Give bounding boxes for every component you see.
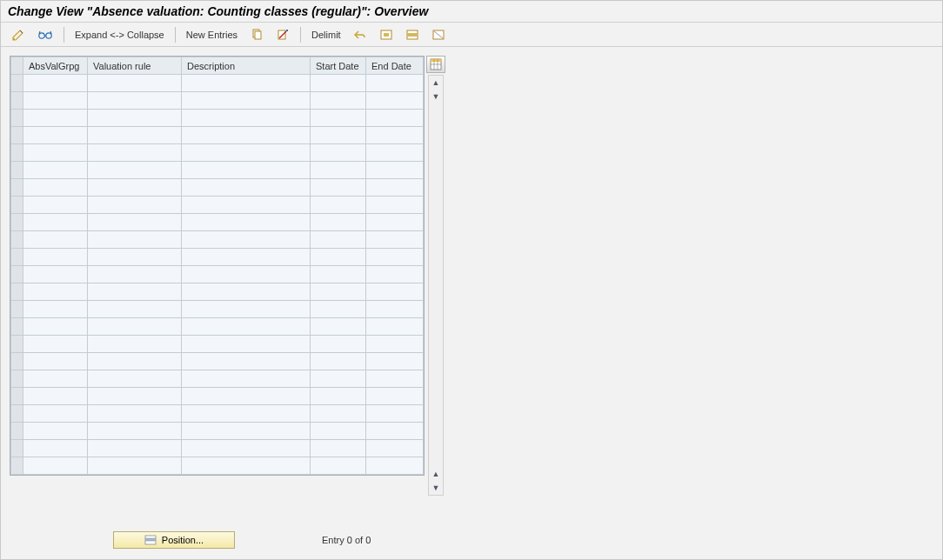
table-cell[interactable] xyxy=(88,266,182,283)
table-cell[interactable] xyxy=(182,388,311,405)
table-row[interactable] xyxy=(11,301,424,318)
row-selector[interactable] xyxy=(11,388,23,405)
row-selector[interactable] xyxy=(11,318,23,336)
table-row[interactable] xyxy=(11,336,424,353)
table-cell[interactable] xyxy=(23,75,88,92)
table-cell[interactable] xyxy=(23,405,88,423)
table-cell[interactable] xyxy=(182,92,311,110)
row-selector[interactable] xyxy=(11,249,23,266)
row-selector[interactable] xyxy=(11,110,23,127)
table-cell[interactable] xyxy=(311,318,366,336)
table-cell[interactable] xyxy=(182,353,311,370)
table-cell[interactable] xyxy=(23,457,88,475)
table-cell[interactable] xyxy=(366,75,424,92)
table-row[interactable] xyxy=(11,92,424,110)
expand-collapse-button[interactable]: Expand <-> Collapse xyxy=(71,30,168,40)
table-cell[interactable] xyxy=(182,266,311,283)
table-cell[interactable] xyxy=(182,370,311,388)
table-cell[interactable] xyxy=(366,423,424,440)
table-cell[interactable] xyxy=(366,214,424,231)
row-selector[interactable] xyxy=(11,179,23,197)
column-header-valuation-rule[interactable]: Valuation rule xyxy=(88,57,182,75)
table-cell[interactable] xyxy=(23,249,88,266)
table-row[interactable] xyxy=(11,266,424,283)
table-cell[interactable] xyxy=(311,388,366,405)
table-cell[interactable] xyxy=(311,283,366,301)
column-header-end-date[interactable]: End Date xyxy=(366,57,424,75)
table-cell[interactable] xyxy=(88,388,182,405)
table-cell[interactable] xyxy=(311,336,366,353)
table-cell[interactable] xyxy=(311,144,366,162)
table-cell[interactable] xyxy=(88,301,182,318)
row-selector[interactable] xyxy=(11,144,23,162)
table-cell[interactable] xyxy=(182,249,311,266)
table-cell[interactable] xyxy=(23,318,88,336)
table-cell[interactable] xyxy=(311,423,366,440)
scroll-down2-icon[interactable]: ▲ xyxy=(429,467,443,481)
table-cell[interactable] xyxy=(23,266,88,283)
table-settings-button[interactable] xyxy=(426,56,445,73)
table-row[interactable] xyxy=(11,388,424,405)
table-cell[interactable] xyxy=(88,75,182,92)
table-cell[interactable] xyxy=(366,301,424,318)
table-cell[interactable] xyxy=(366,457,424,475)
table-cell[interactable] xyxy=(182,127,311,144)
scroll-up2-icon[interactable]: ▼ xyxy=(429,90,443,103)
table-row[interactable] xyxy=(11,423,424,440)
delimit-button[interactable]: Delimit xyxy=(308,30,344,40)
table-cell[interactable] xyxy=(182,301,311,318)
position-button[interactable]: Position... xyxy=(113,531,235,549)
table-cell[interactable] xyxy=(311,92,366,110)
table-cell[interactable] xyxy=(366,249,424,266)
table-cell[interactable] xyxy=(366,197,424,214)
table-cell[interactable] xyxy=(88,457,182,475)
table-cell[interactable] xyxy=(88,92,182,110)
table-row[interactable] xyxy=(11,110,424,127)
table-cell[interactable] xyxy=(23,214,88,231)
table-cell[interactable] xyxy=(366,336,424,353)
table-cell[interactable] xyxy=(366,162,424,179)
table-cell[interactable] xyxy=(88,423,182,440)
table-cell[interactable] xyxy=(366,179,424,197)
table-cell[interactable] xyxy=(23,231,88,249)
scroll-up-icon[interactable]: ▲ xyxy=(429,76,443,90)
table-row[interactable] xyxy=(11,75,424,92)
table-cell[interactable] xyxy=(182,231,311,249)
column-header-absvalgrpg[interactable]: AbsValGrpg xyxy=(23,57,88,75)
table-cell[interactable] xyxy=(311,249,366,266)
row-selector[interactable] xyxy=(11,353,23,370)
row-selector[interactable] xyxy=(11,92,23,110)
table-cell[interactable] xyxy=(311,179,366,197)
vertical-scrollbar[interactable]: ▲ ▼ ▲ ▼ xyxy=(428,75,444,496)
table-cell[interactable] xyxy=(88,440,182,457)
table-cell[interactable] xyxy=(23,283,88,301)
row-selector[interactable] xyxy=(11,405,23,423)
row-selector[interactable] xyxy=(11,283,23,301)
change-icon[interactable] xyxy=(8,26,29,43)
column-header-description[interactable]: Description xyxy=(182,57,311,75)
table-cell[interactable] xyxy=(311,370,366,388)
table-row[interactable] xyxy=(11,249,424,266)
table-cell[interactable] xyxy=(311,127,366,144)
table-row[interactable] xyxy=(11,457,424,475)
table-cell[interactable] xyxy=(311,162,366,179)
table-cell[interactable] xyxy=(23,388,88,405)
copy-icon[interactable] xyxy=(246,26,267,43)
table-cell[interactable] xyxy=(182,144,311,162)
table-cell[interactable] xyxy=(366,440,424,457)
table-cell[interactable] xyxy=(182,405,311,423)
table-cell[interactable] xyxy=(88,127,182,144)
column-header-start-date[interactable]: Start Date xyxy=(311,57,366,75)
table-cell[interactable] xyxy=(23,127,88,144)
table-row[interactable] xyxy=(11,144,424,162)
table-cell[interactable] xyxy=(23,423,88,440)
table-cell[interactable] xyxy=(88,283,182,301)
row-selector-header[interactable] xyxy=(11,57,23,75)
row-selector[interactable] xyxy=(11,440,23,457)
table-cell[interactable] xyxy=(311,110,366,127)
table-cell[interactable] xyxy=(88,405,182,423)
row-selector[interactable] xyxy=(11,75,23,92)
table-cell[interactable] xyxy=(23,92,88,110)
table-cell[interactable] xyxy=(311,301,366,318)
row-selector[interactable] xyxy=(11,214,23,231)
